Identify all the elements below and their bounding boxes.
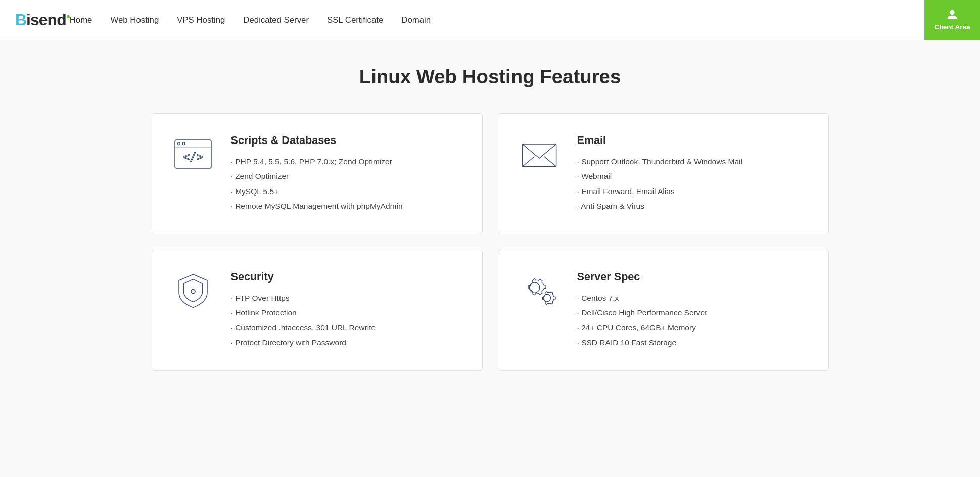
list-item: Webmail [577, 169, 742, 183]
client-area-button[interactable]: Client Area [924, 0, 980, 40]
nav-ssl-certificate[interactable]: SSL Certificate [327, 15, 383, 25]
svg-rect-5 [522, 144, 556, 167]
feature-card-server-spec: Server Spec Centos 7.x Dell/Cisco High P… [498, 250, 829, 371]
list-item: Protect Directory with Password [231, 335, 376, 350]
site-logo: Bisend [15, 11, 70, 29]
page-title: Linux Web Hosting Features [152, 66, 829, 88]
list-item: Customized .htaccess, 301 URL Rewrite [231, 320, 376, 335]
email-content: Email Support Outlook, Thunderbird & Win… [577, 134, 742, 214]
nav-domain[interactable]: Domain [401, 15, 431, 25]
gear-icon [519, 270, 559, 311]
scripts-title: Scripts & Databases [231, 134, 403, 147]
code-icon: </> [173, 134, 213, 174]
list-item: SSD RAID 10 Fast Storage [577, 335, 708, 350]
server-spec-icon-container [517, 270, 562, 311]
list-item: Hotlink Protection [231, 305, 376, 320]
feature-card-scripts-databases: </> Scripts & Databases PHP 5.4, 5.5, 5.… [152, 113, 483, 234]
server-spec-content: Server Spec Centos 7.x Dell/Cisco High P… [577, 270, 708, 350]
site-header: Bisend Home Web Hosting VPS Hosting Dedi… [0, 0, 980, 40]
main-nav: Home Web Hosting VPS Hosting Dedicated S… [70, 15, 924, 25]
list-item: FTP Over Https [231, 291, 376, 305]
svg-point-2 [177, 142, 180, 145]
list-item: Centos 7.x [577, 291, 708, 305]
scripts-content: Scripts & Databases PHP 5.4, 5.5, 5.6, P… [231, 134, 403, 214]
features-grid: </> Scripts & Databases PHP 5.4, 5.5, 5.… [152, 113, 829, 371]
svg-line-6 [522, 157, 534, 167]
list-item: Dell/Cisco High Performance Server [577, 305, 708, 320]
main-content: Linux Web Hosting Features </> Scripts &… [136, 40, 844, 401]
list-item: Remote MySQL Management with phpMyAdmin [231, 199, 403, 213]
email-list: Support Outlook, Thunderbird & Windows M… [577, 154, 742, 214]
logo-link[interactable]: Bisend [15, 11, 70, 29]
security-icon-container [170, 270, 216, 311]
security-content: Security FTP Over Https Hotlink Protecti… [231, 270, 376, 350]
svg-point-8 [191, 289, 195, 293]
svg-point-9 [529, 282, 539, 293]
list-item: Zend Optimizer [231, 169, 403, 183]
list-item: Support Outlook, Thunderbird & Windows M… [577, 154, 742, 169]
security-title: Security [231, 270, 376, 283]
feature-card-security: Security FTP Over Https Hotlink Protecti… [152, 250, 483, 371]
list-item: Email Forward, Email Alias [577, 184, 742, 199]
list-item: MySQL 5.5+ [231, 184, 403, 199]
nav-vps-hosting[interactable]: VPS Hosting [177, 15, 225, 25]
svg-text:</>: </> [182, 150, 203, 163]
nav-web-hosting[interactable]: Web Hosting [110, 15, 159, 25]
nav-home[interactable]: Home [70, 15, 92, 25]
list-item: Anti Spam & Virus [577, 199, 742, 213]
scripts-list: PHP 5.4, 5.5, 5.6, PHP 7.0.x; Zend Optim… [231, 154, 403, 214]
email-title: Email [577, 134, 742, 147]
scripts-icon-container: </> [170, 134, 216, 174]
server-spec-list: Centos 7.x Dell/Cisco High Performance S… [577, 291, 708, 350]
shield-icon [173, 270, 213, 311]
server-spec-title: Server Spec [577, 270, 708, 283]
client-area-label: Client Area [934, 23, 970, 31]
list-item: PHP 5.4, 5.5, 5.6, PHP 7.0.x; Zend Optim… [231, 154, 403, 169]
email-icon [519, 134, 559, 174]
list-item: 24+ CPU Cores, 64GB+ Memory [577, 320, 708, 335]
user-icon [947, 9, 958, 20]
email-icon-container [517, 134, 562, 174]
security-list: FTP Over Https Hotlink Protection Custom… [231, 291, 376, 350]
feature-card-email: Email Support Outlook, Thunderbird & Win… [498, 113, 829, 234]
svg-line-7 [544, 157, 556, 167]
nav-dedicated-server[interactable]: Dedicated Server [243, 15, 309, 25]
svg-point-3 [182, 142, 185, 145]
